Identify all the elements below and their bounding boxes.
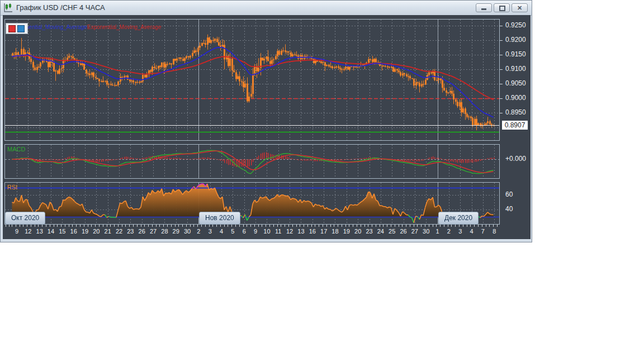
price-axis-label: 0.8950 — [505, 108, 526, 116]
close-icon: ✕ — [512, 4, 527, 12]
legend-ema-slow: Exponential_Moving_Average — [87, 24, 162, 30]
x-axis: 9121314151619202122232627282930234569101… — [4, 225, 500, 238]
price-axis-tick — [500, 40, 503, 41]
price-axis-tick — [500, 98, 503, 99]
price-axis-label: 0.9050 — [505, 79, 526, 87]
price-axis-label: 0.9250 — [505, 21, 526, 29]
app-window: График USD /CHF 4 ЧАСА ✕ Exponential_Mov… — [0, 0, 532, 242]
maximize-icon — [499, 6, 505, 11]
minimize-icon — [481, 8, 486, 10]
chart-client-area: Exponential_Moving_Average Exponential_M… — [3, 15, 531, 239]
candlestick-chart-icon — [3, 3, 13, 13]
month-label: Дек 2020 — [438, 212, 479, 225]
x-axis-label: 8 — [487, 228, 501, 235]
price-axis-label: 0.9100 — [505, 65, 526, 73]
price-chart-canvas[interactable] — [5, 20, 499, 140]
maximize-button[interactable] — [494, 3, 510, 12]
month-label: Окт 2020 — [5, 212, 45, 225]
macd-chart-canvas[interactable] — [5, 145, 499, 178]
rsi-axis-label: 40 — [505, 205, 513, 213]
minimize-button[interactable] — [476, 3, 492, 12]
price-axis-label: 0.9000 — [505, 94, 526, 102]
price-axis: 0.8907 0.92500.92000.91500.91000.90500.9… — [500, 16, 530, 239]
rsi-axis-label: 60 — [505, 190, 513, 198]
indicator-blue-button[interactable] — [17, 25, 25, 32]
price-axis-tick — [500, 55, 503, 55]
price-axis-tick — [500, 113, 503, 113]
macd-label: MACD — [7, 146, 25, 153]
rsi-chart-canvas[interactable] — [5, 183, 499, 224]
window-title: График USD /CHF 4 ЧАСА — [16, 3, 105, 12]
indicator-red-button[interactable] — [8, 25, 16, 32]
close-button[interactable]: ✕ — [512, 3, 528, 12]
macd-axis-zero-label: +0.000 — [505, 155, 526, 163]
rsi-pane: RSI — [4, 182, 500, 225]
price-axis-label: 0.9150 — [505, 50, 526, 58]
price-axis-tick — [500, 84, 503, 84]
current-price-badge: 0.8907 — [502, 121, 528, 130]
price-axis-tick — [500, 26, 503, 26]
month-label: Нов 2020 — [199, 212, 240, 225]
window-controls: ✕ — [476, 3, 528, 12]
macd-pane: MACD — [4, 144, 500, 179]
price-axis-tick — [500, 69, 503, 70]
rsi-label: RSI — [7, 184, 17, 190]
title-bar[interactable]: График USD /CHF 4 ЧАСА ✕ — [1, 1, 532, 16]
price-axis-label: 0.9200 — [505, 36, 526, 44]
price-pane: Exponential_Moving_Average Exponential_M… — [4, 19, 500, 141]
indicator-buttons — [6, 23, 28, 34]
x-axis-tick-strip — [4, 225, 500, 227]
